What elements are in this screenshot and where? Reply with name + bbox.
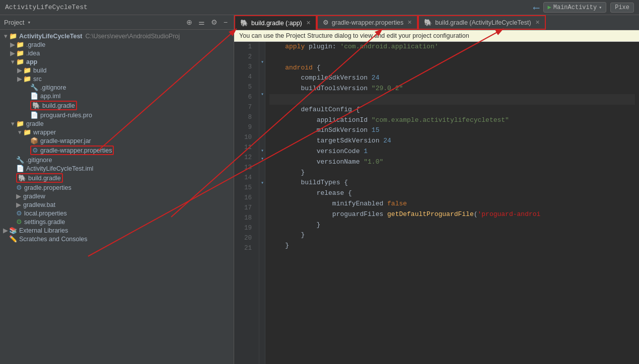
- arrow-extlibs: ▶: [2, 227, 9, 234]
- tree-item-gitignore-app[interactable]: 🔧 .gitignore: [0, 83, 234, 92]
- code-line: minifyEnabled false: [269, 199, 635, 209]
- code-line: versionName "1.0": [269, 157, 635, 168]
- line-num: 6: [234, 92, 255, 102]
- arrow-wrapper: ▾: [16, 128, 23, 136]
- minimize-icon[interactable]: −: [222, 17, 230, 27]
- item-label: proguard-rules.pro: [40, 112, 92, 119]
- code-line: apply plugin: 'com.android.application': [269, 42, 635, 52]
- folder-icon: 📁: [16, 49, 24, 57]
- sidebar-content: ▾ 📁 ActivityLifeCycleTest C:\Users\never…: [0, 30, 234, 364]
- code-editor[interactable]: 1 2 3 4 5 6 7 8 9 10 11 12 13 14 15 16 1…: [234, 42, 639, 364]
- project-header-arrow[interactable]: ▾: [27, 19, 31, 26]
- tree-item-gradle-properties[interactable]: ⚙ gradle.properties: [0, 183, 234, 192]
- tree-item-build-gradle-root[interactable]: 🐘 build.gradle: [0, 173, 234, 183]
- code-line: [269, 94, 635, 105]
- line-num: 5: [234, 82, 255, 92]
- code-line: }: [269, 230, 635, 241]
- line-num: 15: [234, 183, 255, 193]
- folder-icon: 📁: [23, 128, 31, 136]
- root-arrow: ▾: [2, 32, 9, 40]
- root-path: C:\Users\never\AndroidStudioProj: [86, 33, 180, 40]
- tree-item-gradle-root[interactable]: ▾ 📁 gradle: [0, 119, 234, 128]
- tree-item-external-libs[interactable]: ▶ 📚 External Libraries: [0, 226, 234, 235]
- line-num: 11: [234, 142, 255, 153]
- tree-item-wrapper-folder[interactable]: ▾ 📁 wrapper: [0, 128, 234, 136]
- gutter-mark: [259, 187, 265, 195]
- run-config-label: MainActivity: [553, 4, 597, 11]
- tree-item-gradle-folder[interactable]: ▶ 📁 .gradle: [0, 40, 234, 49]
- code-line: android {: [269, 63, 635, 74]
- scope-icon[interactable]: ⊕: [184, 17, 194, 27]
- title-bar: ActivityLifeCycleTest ⟵ ▶ MainActivity ▾…: [0, 0, 639, 15]
- tree-item-local-properties[interactable]: ⚙ local.properties: [0, 209, 234, 217]
- tab-close[interactable]: ✕: [306, 20, 311, 26]
- item-label: build: [33, 67, 46, 74]
- folder-icon: 📁: [16, 41, 24, 48]
- tree-item-gradle-wrapper-jar[interactable]: 📦 gradle-wrapper.jar: [0, 136, 234, 145]
- code-content[interactable]: apply plugin: 'com.android.application' …: [265, 42, 639, 364]
- gutter-mark: ▾: [259, 155, 265, 163]
- folder-icon: 📁: [23, 66, 31, 74]
- item-label: src: [33, 76, 42, 83]
- back-icon[interactable]: ⟵: [534, 2, 539, 13]
- pixel-btn[interactable]: Pixe: [610, 3, 634, 13]
- notification-text: You can use the Project Structure dialog…: [239, 32, 469, 39]
- gutter-mark: [259, 138, 265, 147]
- item-label: .gradle: [26, 41, 45, 48]
- scratches-label: Scratches and Consoles: [19, 236, 88, 243]
- gutter-mark: [259, 50, 265, 58]
- item-label: gradle-wrapper.jar: [40, 137, 91, 144]
- tree-item-gradle-wrapper-props[interactable]: ⚙ gradle-wrapper.properties: [0, 145, 234, 156]
- tree-item-idea-folder[interactable]: ▶ 📁 .idea: [0, 49, 234, 57]
- tab-build-gradle-app[interactable]: 🐘 build.gradle (:app) ✕: [234, 15, 317, 30]
- item-label: wrapper: [33, 129, 56, 136]
- tab-gradle-wrapper-props[interactable]: ⚙ gradle-wrapper.properties ✕: [317, 15, 418, 30]
- tree-item-src-folder[interactable]: ▶ 📁 src: [0, 75, 234, 83]
- line-num: 9: [234, 122, 255, 132]
- tab-gradle-icon: 🐘: [240, 19, 248, 27]
- sidebar-toolbar: ⊕ ⚌ ⚙ −: [184, 17, 230, 27]
- line-numbers: 1 2 3 4 5 6 7 8 9 10 11 12 13 14 15 16 1…: [234, 42, 259, 364]
- item-label: gradle-wrapper.properties: [40, 147, 112, 154]
- tree-item-gradlew[interactable]: ▶ gradlew: [0, 192, 234, 200]
- gutter-mark: [259, 171, 265, 179]
- extlib-icon: 📚: [9, 227, 17, 234]
- properties-icon: ⚙: [16, 184, 22, 191]
- run-config-chevron[interactable]: ▾: [599, 5, 602, 11]
- folder-icon: 📁: [16, 120, 24, 127]
- tree-item-gradlew-bat[interactable]: ▶ gradlew.bat: [0, 200, 234, 209]
- settings-icon[interactable]: ⚙: [209, 17, 220, 27]
- tab-close[interactable]: ✕: [535, 19, 540, 26]
- tab-close[interactable]: ✕: [407, 19, 412, 26]
- item-label: app.iml: [40, 93, 60, 100]
- gutter-mark: [259, 98, 265, 106]
- tree-item-proguard[interactable]: 📄 proguard-rules.pro: [0, 111, 234, 119]
- item-label: gradle: [26, 120, 44, 127]
- gradle-icon: 🐘: [32, 102, 40, 109]
- line-num: 14: [234, 173, 255, 183]
- line-num: 7: [234, 102, 255, 112]
- arrow-app: ▾: [9, 58, 16, 65]
- tree-item-app-iml[interactable]: 📄 app.iml: [0, 92, 234, 100]
- sidebar-header: Project ▾ ⊕ ⚌ ⚙ −: [0, 15, 234, 30]
- properties-icon: ⚙: [16, 209, 22, 217]
- line-num: 13: [234, 163, 255, 173]
- tab-build-gradle-root[interactable]: 🐘 build.gradle (ActivityLifeCycleTest) ✕: [418, 15, 545, 30]
- run-config-selector[interactable]: ▶ MainActivity ▾: [543, 2, 607, 13]
- tree-item-scratches[interactable]: ✏️ Scratches and Consoles: [0, 235, 234, 243]
- code-line: [269, 251, 635, 262]
- tree-item-build-folder[interactable]: ▶ 📁 build: [0, 66, 234, 75]
- options-icon[interactable]: ⚌: [196, 17, 207, 27]
- tree-item-activitylifecycletest-iml[interactable]: 📄 ActivityLifeCycleTest.iml: [0, 164, 234, 173]
- tree-item-settings-gradle[interactable]: ⚙ settings.gradle: [0, 217, 234, 226]
- tree-item-build-gradle-app[interactable]: 🐘 build.gradle: [0, 100, 234, 111]
- folder-icon: 📁: [9, 32, 17, 40]
- item-label: .idea: [26, 50, 40, 57]
- tree-item-gitignore-root[interactable]: 🔧 .gitignore: [0, 156, 234, 164]
- line-num: 18: [234, 213, 255, 223]
- tree-item-app-folder[interactable]: ▾ 📁 app: [0, 57, 234, 66]
- tree-root[interactable]: ▾ 📁 ActivityLifeCycleTest C:\Users\never…: [0, 32, 234, 40]
- gutter-mark: [259, 203, 265, 211]
- gutter-mark: [259, 130, 265, 138]
- git-icon: 🔧: [30, 84, 38, 91]
